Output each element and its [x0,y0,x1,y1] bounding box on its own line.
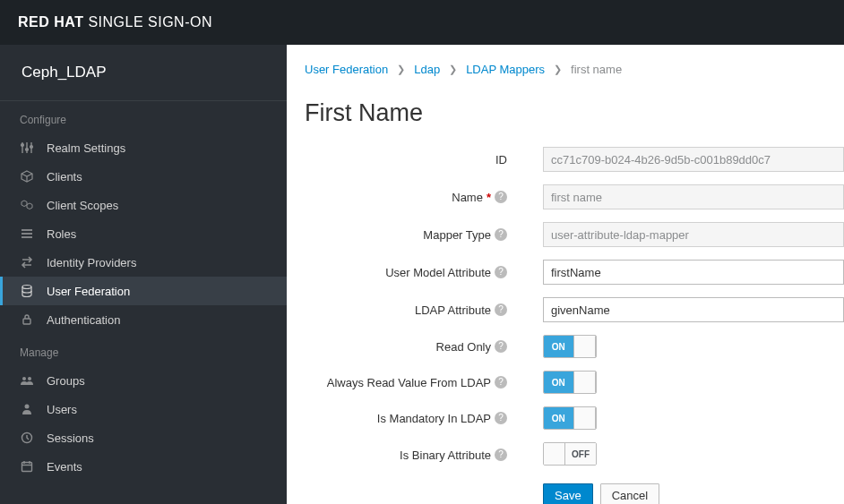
sidebar-label: Users [47,403,77,416]
cancel-button[interactable]: Cancel [600,483,659,504]
chevron-right-icon: ❯ [397,64,405,75]
save-button[interactable]: Save [543,483,593,504]
sidebar-item-users: Users [0,395,287,423]
svg-rect-10 [23,319,30,324]
sidebar-label: Events [47,460,82,474]
svg-point-12 [28,377,31,380]
realm-name: Ceph_LDAP [22,64,107,81]
user-model-attribute-label: User Model Attribute ? [305,266,507,279]
sidebar-label: Groups [47,374,85,388]
binary-label: Is Binary Attribute ? [305,448,507,462]
brand-bold: RED HAT [18,14,83,30]
sidebar-item-authentication: Authentication [0,305,287,334]
brand: RED HAT SINGLE SIGN-ON [18,14,212,30]
switch-knob [573,336,596,357]
mapper-form: ID Name * ? Mapper Type ? [305,147,844,504]
sidebar-item-user-federation: User Federation [0,277,287,305]
database-icon [20,284,34,298]
help-icon[interactable]: ? [495,228,507,241]
mapper-type-label: Mapper Type ? [305,228,507,242]
calendar-icon [20,459,34,474]
mapper-type-field [543,222,844,247]
group-icon [20,373,34,388]
name-label: Name * ? [305,191,507,204]
page-title: First Name [305,99,844,127]
sidebar-label: Authentication [47,313,120,327]
sidebar-item-groups: Groups [0,366,287,395]
svg-point-3 [22,144,24,147]
cubes-icon [20,198,34,212]
help-icon[interactable]: ? [495,191,507,203]
help-icon[interactable]: ? [495,448,507,461]
list-icon [20,226,34,241]
exchange-icon [20,255,34,269]
switch-knob [573,407,596,429]
sidebar-label: Roles [47,227,76,241]
main-content: User Federation ❯ Ldap ❯ LDAP Mappers ❯ … [287,45,844,504]
user-model-attribute-field[interactable] [543,260,844,285]
nav-configure: Realm Settings Clients Client Scopes Rol… [0,133,287,334]
svg-point-9 [22,286,31,289]
sidebar-item-identity-providers: Identity Providers [0,248,287,277]
nav-manage: Groups Users Sessions Events [0,366,287,481]
svg-point-5 [30,146,33,149]
clock-icon [20,431,34,445]
breadcrumb-link[interactable]: LDAP Mappers [466,63,545,76]
chevron-right-icon: ❯ [449,64,457,75]
name-field [543,184,844,209]
sliders-icon [20,141,34,155]
sidebar-label: Sessions [47,431,94,445]
sidebar-item-client-scopes: Client Scopes [0,191,287,219]
sidebar-item-clients: Clients [0,162,287,191]
sidebar-label: Client Scopes [47,199,118,212]
svg-point-13 [25,405,30,409]
top-bar: RED HAT SINGLE SIGN-ON [0,0,844,45]
sidebar-item-sessions: Sessions [0,423,287,452]
help-icon[interactable]: ? [495,340,507,353]
chevron-right-icon: ❯ [554,64,562,75]
sidebar-label: Identity Providers [47,256,136,269]
read-only-toggle[interactable]: ON [543,335,597,358]
read-only-label: Read Only ? [305,340,507,354]
ldap-attribute-label: LDAP Attribute ? [305,303,507,317]
always-read-toggle[interactable]: ON [543,371,597,394]
help-icon[interactable]: ? [495,412,507,424]
svg-point-4 [26,149,29,151]
help-icon[interactable]: ? [495,266,507,278]
brand-thin: SINGLE SIGN-ON [88,14,212,30]
mandatory-label: Is Mandatory In LDAP ? [305,412,507,425]
binary-toggle[interactable]: OFF [543,442,597,466]
help-icon[interactable]: ? [495,376,507,389]
sidebar-item-realm-settings: Realm Settings [0,133,287,162]
breadcrumb-link[interactable]: User Federation [305,63,388,76]
mandatory-toggle[interactable]: ON [543,406,597,430]
sidebar-label: User Federation [47,285,130,298]
svg-point-11 [22,377,26,380]
ldap-attribute-field[interactable] [543,297,844,322]
sidebar-label: Clients [47,170,82,184]
required-mark: * [487,191,491,204]
always-read-label: Always Read Value From LDAP ? [305,376,507,389]
switch-knob [573,372,596,393]
sidebar-item-events: Events [0,452,287,481]
help-icon[interactable]: ? [495,303,507,316]
breadcrumb: User Federation ❯ Ldap ❯ LDAP Mappers ❯ … [305,45,844,92]
lock-icon [20,312,34,327]
cube-icon [20,169,34,184]
breadcrumb-current: first name [571,63,622,76]
breadcrumb-link[interactable]: Ldap [414,63,440,76]
switch-knob [544,443,565,465]
section-configure: Configure [0,101,287,133]
id-label: ID [305,153,507,167]
sidebar-label: Realm Settings [47,141,125,155]
svg-rect-15 [22,463,32,472]
realm-selector[interactable]: Ceph_LDAP [0,45,287,101]
user-icon [20,402,34,416]
sidebar-item-roles: Roles [0,219,287,248]
sidebar: Ceph_LDAP Configure Realm Settings Clien… [0,45,287,504]
section-manage: Manage [0,334,287,366]
id-field [543,147,844,172]
